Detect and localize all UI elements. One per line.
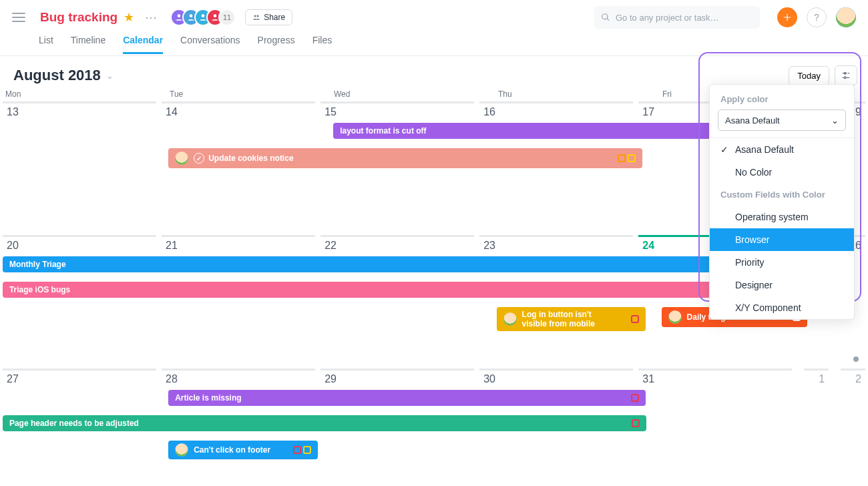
- member-avatars[interactable]: 11: [170, 9, 236, 26]
- tab-calendar[interactable]: Calendar: [123, 35, 163, 54]
- share-label: Share: [264, 13, 285, 22]
- day-number: 27: [7, 373, 152, 385]
- dropdown-section-header: Custom Fields with Color: [710, 184, 854, 206]
- favorite-star-icon[interactable]: ★: [124, 10, 134, 25]
- event-article-missing[interactable]: Article is missing: [168, 390, 646, 406]
- dropdown-label: Asana Default: [735, 144, 794, 155]
- chevron-down-icon: ⌄: [831, 115, 839, 126]
- color-filter-popover: Apply color Asana Default ⌄ ✓Asana Defau…: [709, 84, 855, 320]
- calendar-week-row: 27 28 29 30 31 1 2 Article is missing Pa…: [0, 366, 868, 486]
- dropdown-label: Custom Fields with Color: [720, 190, 825, 200]
- project-actions-icon[interactable]: ⋯: [145, 10, 157, 25]
- custom-field-tag: [618, 154, 626, 162]
- current-user-avatar[interactable]: [836, 7, 856, 27]
- calendar-cell-weekend[interactable]: 1: [804, 369, 829, 486]
- project-title: Bug tracking: [40, 10, 118, 25]
- dropdown-item-asana-default[interactable]: ✓Asana Default: [710, 138, 854, 161]
- day-number: 22: [324, 240, 470, 252]
- day-number: 16: [483, 106, 629, 118]
- day-number: 28: [166, 373, 311, 385]
- dropdown-label: Designer: [735, 280, 773, 290]
- day-number: 1: [808, 373, 825, 385]
- sidebar-toggle[interactable]: [12, 13, 25, 22]
- help-button[interactable]: ?: [807, 7, 827, 27]
- day-number: 15: [324, 106, 470, 118]
- calendar-cell[interactable]: 13: [3, 101, 156, 232]
- check-icon: ✓: [720, 144, 730, 155]
- dropdown-item-xy-component[interactable]: X/Y Component: [710, 296, 854, 319]
- custom-field-tag: [303, 446, 311, 454]
- day-number: 31: [642, 373, 788, 385]
- dropdown-label: Priority: [735, 257, 765, 268]
- event-title: Triage iOS bugs: [9, 285, 70, 294]
- plus-icon: [783, 13, 792, 22]
- day-number: 20: [7, 240, 152, 252]
- calendar-month-title[interactable]: August 2018: [13, 67, 101, 84]
- dropdown-item-designer[interactable]: Designer: [710, 274, 854, 296]
- tab-progress[interactable]: Progress: [258, 35, 295, 54]
- event-title: Log in button isn't visible from mobile: [522, 310, 602, 328]
- color-select-value: Asana Default: [725, 115, 780, 126]
- calendar-cell[interactable]: 21: [162, 235, 315, 366]
- people-icon: [252, 13, 260, 21]
- custom-field-tag: [632, 419, 640, 427]
- tab-timeline[interactable]: Timeline: [71, 35, 105, 54]
- tab-list[interactable]: List: [39, 35, 53, 54]
- calendar-color-filter-button[interactable]: [835, 65, 857, 85]
- chevron-down-icon[interactable]: ⌄: [106, 71, 114, 81]
- search-placeholder: Go to any project or task…: [616, 13, 719, 23]
- avatar-overflow-count[interactable]: 11: [218, 9, 236, 26]
- svg-point-0: [178, 14, 181, 17]
- search-icon: [601, 13, 610, 22]
- event-page-header[interactable]: Page header needs to be adjusted: [3, 415, 647, 431]
- svg-point-2: [202, 14, 205, 17]
- day-label: Tue: [167, 89, 331, 99]
- project-tabs: List Timeline Calendar Conversations Pro…: [0, 35, 868, 56]
- dropdown-label: No Color: [735, 167, 772, 178]
- event-title: Article is missing: [175, 393, 241, 403]
- event-update-cookies[interactable]: ✓ Update cookies notice: [168, 148, 642, 168]
- calendar-cell[interactable]: 22: [320, 235, 474, 366]
- assignee-avatar: [175, 443, 188, 457]
- dropdown-item-browser[interactable]: Browser: [710, 228, 854, 251]
- quick-add-button[interactable]: [777, 7, 797, 27]
- calendar-cell-weekend[interactable]: 2: [841, 369, 865, 486]
- day-number: 29: [324, 373, 470, 385]
- svg-point-5: [257, 15, 259, 17]
- day-number: 2: [845, 373, 861, 385]
- dropdown-label: Browser: [735, 234, 769, 245]
- tab-files[interactable]: Files: [312, 35, 333, 54]
- dropdown-item-priority[interactable]: Priority: [710, 251, 854, 274]
- day-number: 23: [483, 240, 629, 252]
- calendar-cell[interactable]: 31: [638, 369, 792, 486]
- dropdown-item-operating-system[interactable]: Operating system: [710, 206, 854, 228]
- event-footer-click[interactable]: Can't click on footer: [168, 441, 318, 459]
- filter-icon: [841, 70, 851, 81]
- assignee-avatar: [175, 152, 188, 165]
- event-title: Monthly Triage: [9, 260, 66, 269]
- complete-check-icon[interactable]: ✓: [194, 153, 204, 164]
- day-number: 14: [166, 106, 311, 118]
- svg-point-3: [214, 14, 217, 17]
- custom-field-tag: [631, 394, 639, 402]
- day-label: Wed: [331, 89, 495, 99]
- calendar-cell[interactable]: 20: [3, 235, 156, 366]
- global-search[interactable]: Go to any project or task…: [594, 6, 760, 29]
- event-title: Can't click on footer: [194, 445, 270, 455]
- tab-conversations[interactable]: Conversations: [180, 35, 240, 54]
- svg-point-1: [190, 14, 193, 17]
- event-triage-ios[interactable]: Triage iOS bugs: [3, 282, 806, 298]
- share-button[interactable]: Share: [245, 9, 292, 25]
- assignee-avatar: [668, 310, 682, 324]
- day-number: 13: [7, 106, 152, 118]
- dropdown-item-no-color[interactable]: No Color: [710, 161, 854, 184]
- color-select[interactable]: Asana Default ⌄: [718, 109, 846, 131]
- color-dropdown: ✓Asana Default No Color Custom Fields wi…: [710, 138, 854, 319]
- popover-title: Apply color: [710, 94, 854, 109]
- custom-field-tag: [293, 446, 301, 454]
- event-title: Update cookies notice: [208, 154, 293, 163]
- event-login-button[interactable]: Log in button isn't visible from mobile: [497, 307, 646, 331]
- today-button[interactable]: Today: [789, 66, 829, 85]
- day-number: 21: [166, 240, 311, 252]
- calendar-cell[interactable]: 23: [479, 235, 633, 366]
